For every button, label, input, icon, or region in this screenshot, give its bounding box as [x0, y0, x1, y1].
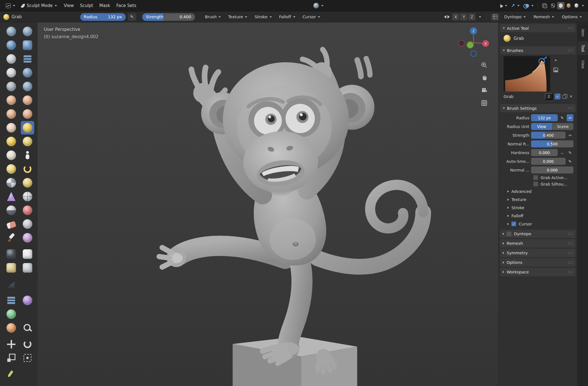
tool-multires-displacement-smear[interactable] [21, 217, 34, 231]
tool-scale[interactable] [4, 351, 18, 365]
tool-snake-hook[interactable] [21, 135, 34, 148]
zoom-button[interactable] [480, 61, 489, 70]
mirror-axis-x[interactable]: X [452, 13, 459, 20]
navigation-gizmo[interactable]: Z X [458, 27, 489, 58]
tool-smear[interactable] [21, 231, 34, 245]
tool-fill[interactable] [21, 93, 34, 107]
tool-clay[interactable] [4, 38, 18, 52]
panel-drag-handle[interactable] [568, 49, 573, 52]
popover-remesh[interactable]: Remesh [531, 13, 557, 21]
panel-drag-handle[interactable] [568, 252, 573, 255]
menu-mask[interactable]: Mask [96, 2, 113, 10]
brush-preview[interactable] [504, 56, 550, 92]
tool-annotate[interactable] [4, 367, 18, 381]
tool-blob[interactable] [21, 66, 34, 79]
tool-box-hide[interactable] [21, 247, 34, 261]
autosmooth-pressure-button[interactable]: ✎ [567, 158, 573, 165]
tool-boundary[interactable] [21, 176, 34, 189]
tool-layer[interactable] [21, 52, 34, 66]
tool-gizmos-popover[interactable] [498, 3, 509, 9]
cursor-checkbox[interactable]: ✓ [511, 221, 516, 226]
panel-drag-handle[interactable] [568, 242, 573, 245]
symmetry-popover[interactable] [478, 15, 482, 19]
mirror-axis-y[interactable]: Y [460, 13, 467, 20]
mirror-axis-z[interactable]: Z [468, 13, 476, 20]
tool-draw-face-sets[interactable] [21, 204, 34, 217]
tool-draw-sharp[interactable] [21, 25, 34, 38]
unlink-brush-button[interactable]: × [569, 94, 573, 99]
gizmo-toggle[interactable]: ↗ [509, 2, 521, 10]
brush-settings-panel-header[interactable]: Brush Settings [500, 104, 576, 112]
radius-edit-button[interactable]: ✎ [559, 114, 566, 121]
radius-pressure-button[interactable]: ✑ [567, 114, 573, 121]
popover-texture[interactable]: Texture [225, 13, 250, 21]
popover-options[interactable]: Options [559, 13, 585, 21]
shading-material-button[interactable] [565, 2, 572, 9]
xray-toggle[interactable] [541, 2, 549, 10]
panel-workspace[interactable]: Workspace [500, 268, 576, 276]
tool-clay-thumb[interactable] [4, 52, 18, 66]
sidebar-tab-tool[interactable]: Tool [578, 42, 588, 55]
shading-solid-button[interactable] [557, 2, 564, 9]
popover-stroke[interactable]: Stroke [252, 13, 274, 21]
shading-orb-popover[interactable] [310, 1, 327, 10]
radius-unit-scene-button[interactable]: Scene [552, 123, 573, 130]
panel-drag-handle[interactable] [568, 232, 573, 236]
menu-view[interactable]: View [61, 2, 77, 10]
panel-checkbox[interactable] [507, 232, 511, 236]
panel-symmetry[interactable]: Symmetry [500, 249, 576, 257]
tool-line-project[interactable] [4, 277, 18, 291]
tool-simplify[interactable] [21, 190, 34, 203]
sidebar-tab-item[interactable]: Item [578, 26, 588, 40]
brushes-panel-header[interactable]: Brushes [500, 46, 576, 54]
tool-smooth[interactable] [21, 80, 34, 93]
tool-cloth-filter[interactable] [21, 294, 34, 307]
tool-rotate-brush[interactable] [21, 162, 34, 176]
checkbox[interactable] [533, 175, 538, 180]
hardness-slider[interactable]: 0.000 [531, 149, 558, 156]
panel-options[interactable]: Options [500, 258, 576, 267]
tool-multiplane-scrape[interactable] [21, 107, 34, 121]
subpanel-cursor[interactable]: ✓ Cursor [500, 220, 576, 228]
fake-user-shield-button[interactable]: ✓ [555, 93, 561, 99]
hardness-pressure-button[interactable]: ✎ [567, 149, 573, 156]
pan-button[interactable] [480, 73, 489, 82]
panel-remesh[interactable]: Remesh [500, 239, 576, 248]
subpanel-advanced[interactable]: Advanced [500, 187, 576, 195]
tool-mesh-filter[interactable] [4, 294, 18, 307]
shading-popover[interactable] [581, 4, 585, 8]
strength-pressure-button[interactable]: ✑ [567, 132, 573, 139]
tool-draw[interactable] [4, 25, 18, 38]
hardness-invert-button[interactable]: ↔ [559, 149, 566, 156]
tool-multires-displacement-eraser[interactable] [4, 217, 18, 231]
tool-pose[interactable] [21, 149, 34, 162]
tool-pinch[interactable] [4, 121, 18, 134]
radius-edit-button[interactable]: ✎ [128, 13, 136, 21]
popover-brush[interactable]: Brush [202, 13, 224, 21]
brush-asset-image-button[interactable] [552, 67, 559, 73]
tool-scrape[interactable] [4, 107, 18, 121]
checkbox[interactable] [533, 182, 538, 186]
tool-nudge[interactable] [4, 162, 18, 176]
tool-box-mask[interactable] [4, 247, 18, 261]
popover-falloff[interactable]: Falloff [276, 13, 298, 21]
tool-paint[interactable] [4, 231, 18, 245]
strength-slider[interactable]: Strength 0.400 [142, 13, 195, 21]
sidebar-tab-view[interactable]: View [578, 57, 588, 72]
menu-sculpt[interactable]: Sculpt [77, 2, 96, 10]
popover-dyntopo[interactable]: Dyntopo [501, 13, 529, 21]
tool-inflate[interactable] [4, 66, 18, 79]
toggle-grid-button[interactable] [480, 99, 489, 108]
tool-box-trim[interactable] [21, 261, 34, 275]
menu-face-sets[interactable]: Face Sets [113, 2, 139, 10]
mode-selector[interactable]: Sculpt Mode [19, 2, 60, 10]
tool-edit-face-set[interactable] [4, 321, 18, 335]
tool-color-filter[interactable] [4, 307, 18, 321]
subpanel-falloff[interactable]: Falloff [500, 212, 576, 220]
tool-move[interactable] [4, 337, 18, 351]
radius-slider[interactable]: Radius 132 px [80, 13, 126, 21]
tool-crease[interactable] [4, 80, 18, 93]
tool-transform[interactable] [21, 351, 34, 365]
tool-mask-by-color[interactable] [21, 321, 34, 335]
tool-box-face-set[interactable] [4, 261, 18, 275]
